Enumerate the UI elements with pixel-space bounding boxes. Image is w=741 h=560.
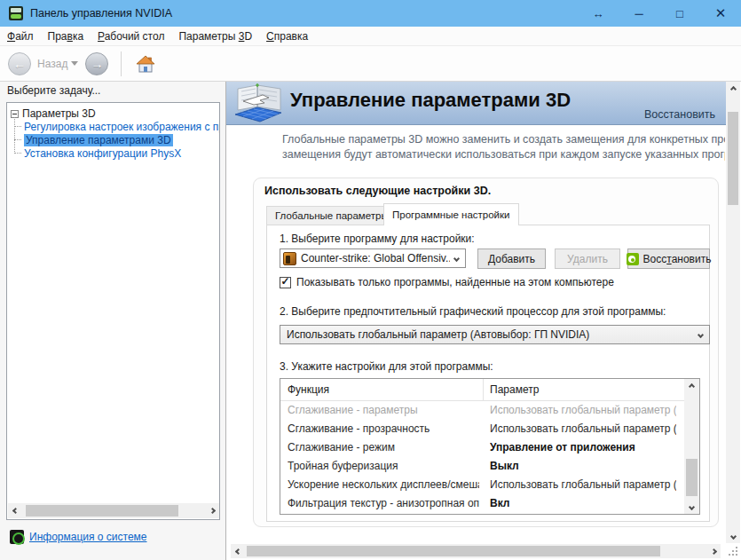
- task-header: Выберите задачу...: [7, 84, 100, 97]
- scroll-down-icon[interactable]: [726, 529, 740, 543]
- main-vertical-scrollbar[interactable]: [726, 82, 740, 543]
- page-description: Глобальные параметры 3D можно заменить и…: [282, 132, 725, 164]
- table-header: Функция Параметр: [280, 379, 699, 401]
- forward-arrow-icon: →: [91, 58, 103, 70]
- chevron-down-icon: [698, 331, 704, 337]
- tree-item-manage-3d-settings[interactable]: Управление параметрами 3D: [14, 133, 219, 146]
- program-select[interactable]: Counter-strike: Global Offensiv...: [280, 248, 466, 268]
- tree-connector: [14, 153, 21, 154]
- table-row[interactable]: Фильтрация текстур - анизотропная оп... …: [280, 494, 699, 513]
- column-header-parameter[interactable]: Параметр: [490, 379, 539, 401]
- back-label: Назад: [37, 58, 67, 70]
- scrollbar-thumb[interactable]: [247, 546, 660, 556]
- checkbox-checked-icon[interactable]: ✓: [280, 277, 291, 288]
- tree-item-adjust-image[interactable]: Регулировка настроек изображения с пр: [14, 120, 219, 133]
- table-row[interactable]: Ускорение нескольких дисплеев/смеша... И…: [280, 476, 699, 494]
- gpu-select[interactable]: Использовать глобальный параметр (Автовы…: [280, 325, 710, 344]
- table-row[interactable]: Тройная буферизация Выкл: [280, 457, 699, 476]
- scrollbar-thumb[interactable]: [728, 112, 738, 205]
- table-body: Сглаживание - параметры Использовать гло…: [280, 401, 699, 513]
- task-tree: Параметры 3D Регулировка настроек изобра…: [6, 102, 220, 520]
- menu-edit[interactable]: Правка: [41, 27, 91, 46]
- scroll-right-icon[interactable]: [205, 504, 219, 518]
- menu-desktop[interactable]: Рабочий стол: [91, 27, 171, 46]
- step1-label: 1. Выберите программу для настройки:: [280, 233, 475, 245]
- menu-bar: Файл Правка Рабочий стол Параметры 3D Сп…: [0, 27, 741, 46]
- toolbar: ← Назад →: [0, 46, 741, 82]
- forward-button[interactable]: →: [85, 52, 108, 75]
- home-icon: [135, 54, 156, 74]
- back-history-dropdown-icon[interactable]: [71, 61, 78, 66]
- tree-root[interactable]: Параметры 3D: [11, 107, 219, 120]
- nvidia-logo-icon: [627, 253, 639, 265]
- tab-global-settings[interactable]: Глобальные параметры: [266, 206, 398, 225]
- tab-program-settings[interactable]: Программные настройки: [383, 203, 519, 225]
- scroll-left-icon[interactable]: [8, 504, 22, 518]
- minimize-button[interactable]: ─: [619, 0, 659, 27]
- settings-table: Функция Параметр Сглаживание - параметры…: [280, 378, 700, 515]
- tree-root-label: Параметры 3D: [22, 107, 96, 120]
- restore-button[interactable]: Восстановить: [627, 248, 710, 269]
- main-horizontal-scrollbar[interactable]: [231, 544, 721, 558]
- add-button[interactable]: Добавить: [477, 248, 546, 269]
- system-info-link[interactable]: Информация о системе: [10, 530, 146, 544]
- description-line-1: Глобальные параметры 3D можно заменить и…: [282, 132, 725, 147]
- scrollbar-thumb[interactable]: [26, 505, 178, 517]
- step3-label: 3. Укажите настройки для этой программы:: [280, 360, 493, 373]
- back-arrow-icon: ←: [13, 58, 26, 70]
- description-line-2: замещения будут автоматически использова…: [282, 147, 725, 162]
- close-button[interactable]: ✕: [700, 0, 741, 27]
- tree-item-physx-configuration[interactable]: Установка конфигурации PhysX: [14, 146, 219, 160]
- table-row[interactable]: Сглаживание - прозрачность Использовать …: [280, 420, 699, 438]
- table-vertical-scrollbar[interactable]: [684, 379, 699, 514]
- window-title: Панель управления NVIDIA: [30, 7, 172, 20]
- settings-groupbox: Использовать следующие настройки 3D. Гло…: [253, 177, 719, 527]
- table-row[interactable]: Сглаживание - режим Управление от прилож…: [280, 438, 699, 457]
- menu-3d-settings[interactable]: Параметры 3D: [171, 27, 259, 46]
- tree-connector: [14, 139, 21, 140]
- page-title: Управление параметрами 3D: [290, 89, 571, 112]
- page-banner: Управление параметрами 3D Восстановить: [226, 82, 726, 125]
- toolbar-separator: [121, 51, 122, 76]
- section-title: Использовать следующие настройки 3D.: [264, 185, 491, 197]
- window-controls: ↔ ─ □ ✕: [578, 0, 741, 27]
- menu-help[interactable]: Справка: [259, 27, 315, 46]
- resize-grip[interactable]: [726, 544, 740, 558]
- show-only-installed-checkbox[interactable]: ✓ Показывать только программы, найденные…: [280, 276, 614, 288]
- tree-connector: [14, 126, 21, 127]
- nvidia-system-info-icon: [10, 530, 24, 544]
- menu-file[interactable]: Файл: [0, 27, 41, 46]
- tree-children: Регулировка настроек изображения с пр Уп…: [14, 120, 219, 160]
- csgo-icon: [283, 252, 296, 265]
- column-header-function[interactable]: Функция: [288, 379, 329, 401]
- scroll-up-icon[interactable]: [685, 379, 699, 393]
- scrollbar-thumb[interactable]: [686, 459, 698, 496]
- maximize-button[interactable]: □: [659, 0, 700, 27]
- nvidia-control-panel-window: Панель управления NVIDIA ↔ ─ □ ✕ Файл Пр…: [0, 0, 741, 560]
- program-settings-panel: 1. Выберите программу для настройки: Cou…: [266, 225, 710, 522]
- scroll-right-icon[interactable]: [706, 544, 721, 558]
- home-button[interactable]: [132, 51, 159, 77]
- nvidia-app-icon: [9, 6, 23, 20]
- scroll-left-icon[interactable]: [231, 544, 245, 558]
- chevron-down-icon: [453, 255, 460, 261]
- scroll-up-icon[interactable]: [726, 82, 740, 96]
- resize-horizontal-button[interactable]: ↔: [578, 0, 619, 27]
- restore-defaults-link[interactable]: Восстановить: [644, 108, 715, 121]
- checkbox-label: Показывать только программы, найденные н…: [296, 276, 614, 288]
- 3d-settings-icon: [233, 83, 284, 126]
- scroll-down-icon[interactable]: [685, 500, 699, 514]
- table-row[interactable]: Сглаживание - параметры Использовать гло…: [280, 401, 699, 420]
- tree-horizontal-scrollbar[interactable]: [8, 503, 219, 518]
- remove-button[interactable]: Удалить: [555, 248, 620, 269]
- sidebar: Выберите задачу... Параметры 3D Регулиро…: [0, 82, 226, 560]
- program-select-value: Counter-strike: Global Offensiv...: [301, 252, 450, 264]
- back-button[interactable]: ←: [8, 52, 31, 75]
- gpu-select-value: Использовать глобальный параметр (Автовы…: [287, 328, 694, 341]
- main-content: Управление параметрами 3D Восстановить Г…: [226, 82, 741, 560]
- step2-label: 2. Выберите предпочтительный графический…: [280, 305, 666, 318]
- titlebar[interactable]: Панель управления NVIDIA ↔ ─ □ ✕: [0, 0, 741, 27]
